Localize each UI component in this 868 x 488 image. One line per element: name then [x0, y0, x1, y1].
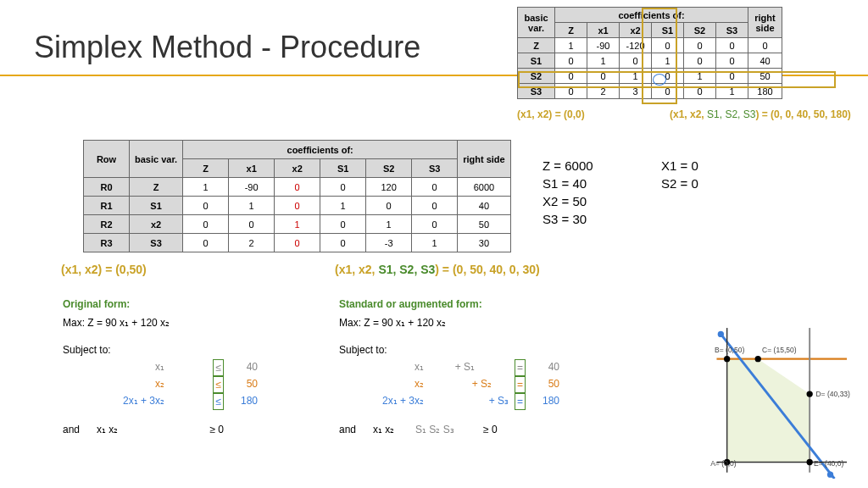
hdr-right-side: right side — [458, 141, 511, 178]
col-x1: x1 — [587, 23, 620, 38]
svg-point-10 — [807, 459, 813, 465]
hdr-row: Row — [84, 141, 130, 178]
table-row: S101010040 — [518, 53, 782, 69]
col-x2: x2 — [620, 23, 652, 38]
standard-form-block: Standard or augmented form: Max: Z = 90 … — [339, 297, 661, 437]
pt-d-label: D= (40,33) — [815, 390, 850, 398]
big-annot-2: (x1, x2, S1, S2, S3) = (0, 50, 40, 0, 30… — [335, 263, 540, 276]
table-row: S3023001180 — [518, 84, 782, 99]
original-form-title: Original form: — [63, 297, 317, 312]
table-row: Z1-90-1200000 — [518, 38, 782, 53]
svg-point-12 — [827, 471, 833, 477]
original-form-block: Original form: Max: Z = 90 x₁ + 120 x₂ S… — [63, 297, 317, 437]
col-z: Z — [555, 23, 587, 38]
max-line: Max: Z = 90 x₁ + 120 x₂ — [63, 315, 317, 330]
solution-values-left: Z = 6000S1 = 40X2 = 50S3 = 30 — [542, 157, 593, 228]
pt-e-label: E= (40,0) — [814, 459, 843, 468]
pt-a-label: A= (0,0) — [710, 459, 737, 468]
col-s1: S1 — [652, 23, 684, 38]
table-row: R2x200101050 — [84, 215, 511, 234]
small-annot-2: (x1, x2, S1, S2, S3) = (0, 0, 40, 50, 18… — [670, 108, 851, 120]
pt-b-label: B= (0,50) — [715, 346, 744, 354]
col-s3: S3 — [716, 23, 748, 38]
svg-marker-0 — [727, 359, 810, 463]
big-annot-1: (x1, x2) = (0,50) — [61, 263, 147, 276]
svg-point-7 — [724, 356, 730, 362]
col-s2: S2 — [684, 23, 716, 38]
svg-point-8 — [755, 356, 761, 362]
hdr-coefs: coefficients of: — [555, 8, 748, 23]
std-form-title: Standard or augmented form: — [339, 297, 661, 312]
hdr-basic-var: basic var. — [518, 8, 555, 38]
subject-to: Subject to: — [63, 342, 317, 358]
svg-point-11 — [718, 331, 724, 337]
hdr-right-side: right side — [748, 8, 782, 38]
table-row: R3S30200-3130 — [84, 234, 511, 252]
solution-values-right: X1 = 0S2 = 0 — [661, 157, 698, 192]
table-row: R0Z1-900012006000 — [84, 178, 511, 197]
hdr-basic-var: basic var. — [130, 141, 183, 178]
initial-tableau: basic var. coefficients of: right side Z… — [517, 7, 782, 99]
iteration-tableau: Row basic var. coefficients of: right si… — [83, 140, 511, 252]
feasible-region-chart: A= (0,0) B= (0,50) C= (15,50) D= (40,33)… — [691, 313, 856, 479]
svg-point-9 — [807, 391, 813, 396]
page-title: Simplex Method - Procedure — [34, 30, 420, 65]
small-annot-1: (x1, x2) = (0,0) — [517, 108, 585, 120]
table-row: S200101050 — [518, 69, 782, 84]
hdr-coefs: coefficients of: — [183, 141, 458, 159]
table-row: R1S101010040 — [84, 197, 511, 215]
pt-c-label: C= (15,50) — [762, 346, 797, 354]
